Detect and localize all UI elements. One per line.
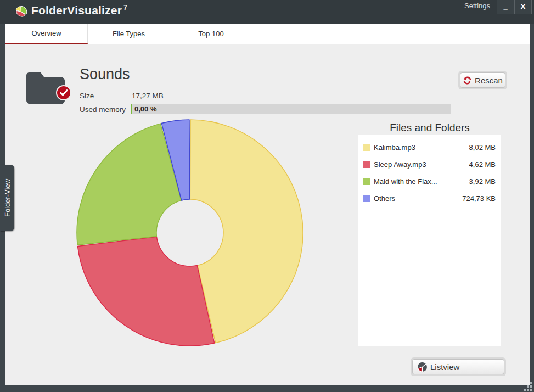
pie-chart-icon	[417, 362, 428, 372]
files-and-folders-panel: Kalimba.mp38,02 MBSleep Away.mp34,62 MBM…	[358, 135, 501, 346]
donut-slice-1[interactable]	[77, 237, 214, 346]
tab-overview[interactable]: Overview	[5, 24, 88, 44]
legend-item-size: 3,92 MB	[469, 177, 496, 186]
legend-item-name: Sleep Away.mp3	[374, 160, 469, 169]
legend-item-size: 4,62 MB	[469, 160, 496, 169]
legend-item-size: 8,02 MB	[469, 143, 496, 152]
legend-item-2[interactable]: Maid with the Flax...3,92 MB	[363, 173, 496, 190]
donut-chart	[76, 119, 304, 347]
legend-item-name: Kalimba.mp3	[374, 143, 469, 152]
settings-link[interactable]: Settings	[464, 2, 490, 10]
legend-swatch	[363, 144, 370, 151]
app-version: 7	[123, 4, 127, 12]
legend-item-size: 724,73 KB	[462, 194, 496, 203]
folder-name-title: Sounds	[80, 66, 130, 83]
donut-slice-2[interactable]	[77, 124, 181, 245]
sidebar-tab-folder-view-label: Folder-View	[0, 165, 14, 231]
folder-icon	[22, 67, 72, 107]
legend-item-name: Maid with the Flax...	[374, 177, 469, 186]
tab-top-100[interactable]: Top 100	[170, 24, 252, 44]
legend-item-name: Others	[374, 194, 462, 203]
rescan-button[interactable]: Rescan	[458, 71, 507, 89]
tab-file-types[interactable]: File Types	[88, 24, 170, 44]
close-button[interactable]: X	[514, 0, 532, 14]
rescan-button-label: Rescan	[475, 76, 503, 85]
minimize-button[interactable]: _	[497, 0, 514, 14]
size-label: Size	[80, 92, 94, 100]
listview-button[interactable]: Listview	[411, 357, 506, 376]
used-memory-progress-fill	[131, 104, 132, 114]
listview-button-label: Listview	[430, 362, 459, 372]
legend-swatch	[363, 178, 370, 185]
legend-item-0[interactable]: Kalimba.mp38,02 MB	[363, 139, 496, 156]
used-memory-label: Used memory	[80, 105, 126, 114]
app-title: FolderVisualizer7	[31, 4, 127, 17]
files-and-folders-title: Files and Folders	[358, 122, 501, 134]
legend-item-1[interactable]: Sleep Away.mp34,62 MB	[363, 156, 496, 173]
legend-list: Kalimba.mp38,02 MBSleep Away.mp34,62 MBM…	[358, 135, 501, 207]
tab-bar: Overview File Types Top 100	[5, 24, 530, 44]
used-memory-progressbar: 0,00 %	[131, 104, 451, 114]
refresh-icon	[463, 76, 472, 85]
legend-swatch	[363, 195, 370, 202]
size-value: 17,27 MB	[132, 92, 164, 100]
titlebar: FolderVisualizer7 Settings _ X	[0, 0, 534, 24]
sidebar-tab-folder-view[interactable]: Folder-View	[0, 165, 14, 231]
app-logo-pie-icon	[15, 5, 27, 18]
resize-grip[interactable]	[520, 379, 532, 391]
legend-item-3[interactable]: Others724,73 KB	[363, 190, 496, 207]
legend-swatch	[363, 161, 370, 168]
used-memory-value: 0,00 %	[134, 105, 156, 113]
